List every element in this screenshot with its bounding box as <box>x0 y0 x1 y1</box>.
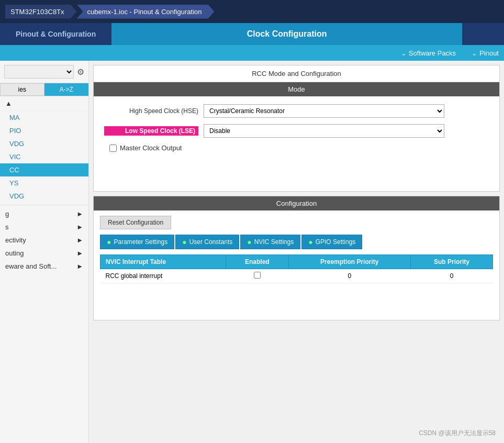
sidebar-item-pio[interactable]: PIO <box>0 124 88 137</box>
chevron-down-icon: ⌄ <box>401 49 407 57</box>
hse-row: High Speed Clock (HSE) Crystal/Ceramic R… <box>104 104 489 118</box>
tab-user-constants[interactable]: ● User Constants <box>175 235 239 249</box>
master-clock-row: Master Clock Output <box>109 144 489 152</box>
master-clock-label: Master Clock Output <box>120 144 182 152</box>
arrow-icon: ► <box>76 210 83 218</box>
sidebar-top: ⚙ <box>0 61 88 83</box>
lse-select[interactable]: Disable BYPASS Clock Source Crystal/Cera… <box>204 124 444 138</box>
sub-tab-bar: ⌄ Software Packs ⌄ Pinout <box>0 45 504 61</box>
sub-priority-value: 0 <box>410 269 492 283</box>
lse-label: Low Speed Clock (LSE) <box>104 126 198 136</box>
lse-row: Low Speed Clock (LSE) Disable BYPASS Clo… <box>104 124 489 138</box>
rcc-panel: RCC Mode and Configuration Mode High Spe… <box>93 65 500 192</box>
arrow-icon-4: ► <box>76 249 83 257</box>
reset-config-button[interactable]: Reset Configuration <box>100 216 171 229</box>
preemption-value: 0 <box>288 269 410 283</box>
main-tab-bar: Pinout & Configuration Clock Configurati… <box>0 23 504 45</box>
hse-label: High Speed Clock (HSE) <box>104 107 198 115</box>
nvic-header-row: NVIC Interrupt Table Enabled Preemption … <box>100 255 493 269</box>
breadcrumb-item-1[interactable]: STM32F103C8Tx <box>5 5 77 19</box>
sidebar-tab-categories[interactable]: ies <box>0 83 44 96</box>
expand-icon: ▲ <box>5 99 12 107</box>
arrow-icon-5: ► <box>76 262 83 270</box>
tab-gpio-settings[interactable]: ● GPIO Settings <box>301 235 362 249</box>
master-clock-checkbox[interactable] <box>109 145 117 152</box>
check-icon-3: ● <box>247 238 251 246</box>
col-interrupt: NVIC Interrupt Table <box>100 255 226 269</box>
watermark: CSDN @该用户无法显示58 <box>419 429 496 438</box>
table-row: RCC global interrupt 0 0 <box>100 269 493 283</box>
config-section-header: Configuration <box>94 196 499 211</box>
sidebar-tabs: ies A->Z <box>0 83 88 96</box>
config-spacer <box>94 289 499 320</box>
sidebar-item-vic[interactable]: VIC <box>0 150 88 163</box>
gear-icon[interactable]: ⚙ <box>77 67 84 77</box>
hse-select[interactable]: Crystal/Ceramic Resonator Disable BYPASS… <box>204 104 444 118</box>
sidebar-filter-select[interactable] <box>4 65 74 79</box>
breadcrumb-bar: STM32F103C8Tx cubemx-1.ioc - Pinout & Co… <box>0 0 504 23</box>
interrupt-enabled-cell <box>226 269 288 283</box>
sidebar-item-vdg[interactable]: VDG <box>0 137 88 150</box>
subtab-pinout[interactable]: ⌄ Pinout <box>472 49 499 57</box>
content-area: RCC Mode and Configuration Mode High Spe… <box>89 61 504 443</box>
sidebar-divider-1 <box>0 205 88 205</box>
mode-section-header: Mode <box>94 82 499 96</box>
sidebar: ⚙ ies A->Z ▲ MA PIO VDG VIC <box>0 61 89 443</box>
check-icon-4: ● <box>308 238 312 246</box>
sidebar-group-analog[interactable]: g ► <box>0 207 88 220</box>
interrupt-enabled-checkbox[interactable] <box>254 272 261 279</box>
sidebar-group-timers[interactable]: s ► <box>0 220 88 234</box>
sidebar-group-computing[interactable]: outing ► <box>0 247 88 260</box>
tab-parameter-settings[interactable]: ● Parameter Settings <box>100 235 174 249</box>
tab-pinout[interactable]: Pinout & Configuration <box>0 23 111 45</box>
sidebar-item-sys[interactable]: YS <box>0 176 88 190</box>
mode-spacer <box>104 152 489 183</box>
subtab-software-label: Software Packs <box>409 49 456 57</box>
sidebar-item-rcc[interactable]: CC <box>0 163 88 176</box>
mode-section: High Speed Clock (HSE) Crystal/Ceramic R… <box>94 96 499 191</box>
main-layout: ⚙ ies A->Z ▲ MA PIO VDG VIC <box>0 61 504 443</box>
nvic-table: NVIC Interrupt Table Enabled Preemption … <box>100 254 493 283</box>
sidebar-item-wwdg[interactable]: VDG <box>0 190 88 203</box>
subtab-software-packs[interactable]: ⌄ Software Packs <box>401 49 456 57</box>
check-icon-2: ● <box>182 238 186 246</box>
sidebar-items: MA PIO VDG VIC CC YS VDG <box>0 111 88 203</box>
subtab-pinout-label: Pinout <box>479 49 499 57</box>
chevron-down-icon-2: ⌄ <box>472 49 477 57</box>
sidebar-system-core[interactable]: ▲ <box>0 96 88 111</box>
tab-pinout-label: Pinout & Configuration <box>16 30 96 38</box>
sidebar-item-ma[interactable]: MA <box>0 111 88 124</box>
arrow-icon-2: ► <box>76 223 83 231</box>
breadcrumb-label-1: STM32F103C8Tx <box>10 8 64 16</box>
sidebar-tab-az-label: A->Z <box>60 86 73 93</box>
check-icon-1: ● <box>107 238 111 246</box>
breadcrumb-label-2: cubemx-1.ioc - Pinout & Configuration <box>87 8 202 16</box>
panel-title: RCC Mode and Configuration <box>94 65 499 82</box>
sidebar-group-connectivity[interactable]: ectivity ► <box>0 234 88 247</box>
tab-nvic-settings[interactable]: ● NVIC Settings <box>240 235 300 249</box>
breadcrumb-item-2[interactable]: cubemx-1.ioc - Pinout & Configuration <box>77 5 215 19</box>
tab-clock[interactable]: Clock Configuration <box>111 23 462 45</box>
tab-extra[interactable] <box>462 23 504 45</box>
col-preemption: Preemption Priority <box>288 255 410 269</box>
sidebar-tab-cat-label: ies <box>18 86 26 93</box>
interrupt-name: RCC global interrupt <box>100 269 226 283</box>
tab-clock-label: Clock Configuration <box>247 29 327 39</box>
config-tabs: ● Parameter Settings ● User Constants ● … <box>100 235 493 249</box>
sidebar-group-middleware[interactable]: eware and Soft... ► <box>0 260 88 273</box>
arrow-icon-3: ► <box>76 236 83 244</box>
sidebar-tab-az[interactable]: A->Z <box>44 83 89 96</box>
config-section: Configuration Reset Configuration ● Para… <box>93 196 500 320</box>
col-sub-priority: Sub Priority <box>410 255 492 269</box>
col-enabled: Enabled <box>226 255 288 269</box>
